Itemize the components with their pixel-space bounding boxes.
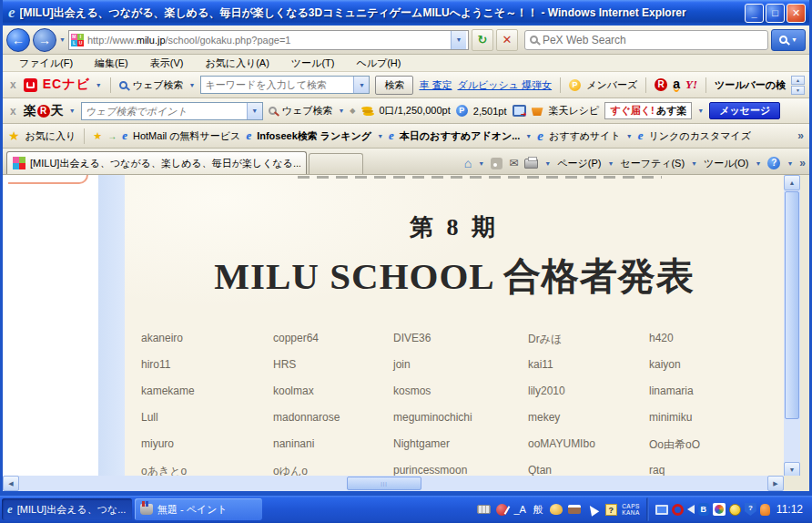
vertical-scrollbar[interactable]: ▲ ▼ bbox=[784, 175, 800, 477]
ecnavi-websearch-label[interactable]: ウェブ検索 bbox=[133, 78, 184, 92]
ecnavi-members-link[interactable]: メンバーズ bbox=[586, 78, 637, 92]
antivirus-icon[interactable] bbox=[672, 504, 684, 516]
toolbar-close-icon[interactable]: x bbox=[8, 78, 18, 91]
chevron-down-icon[interactable]: ▼ bbox=[544, 160, 551, 167]
ecnavi-logo[interactable]: ECナビ bbox=[43, 77, 90, 93]
yahoo-icon[interactable]: Y! bbox=[685, 77, 697, 92]
menu-item[interactable]: ツール(T) bbox=[280, 55, 346, 72]
rakuten-logo[interactable]: 楽 R 天 bbox=[24, 103, 64, 119]
favorite-item-suggested[interactable]: おすすめサイト bbox=[549, 129, 621, 143]
horizontal-scrollbar[interactable]: ◀ ||| ▶ bbox=[3, 476, 784, 491]
forward-button[interactable]: → bbox=[33, 28, 56, 52]
home-icon[interactable]: ⌂ bbox=[464, 156, 472, 170]
rakuten-recipe-link[interactable]: 楽天レシピ bbox=[549, 104, 600, 118]
favorite-item-infoseek[interactable]: Infoseek検索 ランキング bbox=[257, 129, 371, 143]
menu-item[interactable]: ファイル(F) bbox=[8, 55, 84, 72]
ime-kanji-indicator[interactable]: 般 bbox=[531, 502, 545, 517]
vertical-scroll-thumb[interactable] bbox=[785, 191, 799, 419]
scroll-up-button[interactable]: ▲ bbox=[784, 175, 800, 190]
horizontal-scroll-thumb[interactable]: ||| bbox=[347, 477, 421, 490]
chevron-down-icon[interactable]: ▼ bbox=[691, 160, 697, 167]
network-icon[interactable] bbox=[655, 505, 668, 515]
ime-help-icon[interactable]: ? bbox=[605, 504, 617, 516]
ecnavi-link-2[interactable]: ダルビッシュ 爆弾女 bbox=[458, 78, 553, 92]
help-icon[interactable]: ? bbox=[767, 157, 780, 169]
recent-pages-dropdown[interactable]: ▼ bbox=[59, 36, 66, 43]
pointer-icon[interactable] bbox=[586, 503, 600, 517]
back-button[interactable]: ← bbox=[6, 28, 30, 52]
ecnavi-search-input[interactable] bbox=[201, 79, 353, 90]
ecnavi-search-dropdown[interactable]: ▼ bbox=[353, 77, 369, 93]
ecnavi-link-1[interactable]: 車 査定 bbox=[419, 78, 452, 92]
spinner-down-icon[interactable]: ▼ bbox=[791, 86, 805, 95]
rakuten-websearch-label[interactable]: ウェブ検索 bbox=[282, 104, 333, 118]
chevron-down-icon[interactable]: ▼ bbox=[189, 82, 196, 88]
web-search-box[interactable] bbox=[524, 30, 768, 50]
rss-feed-icon[interactable] bbox=[491, 158, 502, 169]
new-tab-stub[interactable] bbox=[309, 153, 363, 174]
chevron-down-icon[interactable]: ▼ bbox=[525, 133, 532, 139]
message-button[interactable]: メッセージ bbox=[709, 102, 780, 119]
volume-icon[interactable] bbox=[687, 505, 695, 514]
overflow-chevron-icon[interactable]: » bbox=[797, 129, 804, 142]
security-shield-icon[interactable]: ? bbox=[745, 503, 756, 516]
scroll-left-button[interactable]: ◀ bbox=[3, 476, 19, 491]
chevron-down-icon[interactable]: ▼ bbox=[96, 82, 102, 88]
favorites-star-icon[interactable]: ★ bbox=[8, 128, 20, 143]
bluetooth-icon[interactable]: B bbox=[698, 503, 709, 516]
photo-app-icon[interactable] bbox=[713, 503, 726, 516]
address-field[interactable]: MILU http://www.milu.jp/school/gokaku.ph… bbox=[68, 30, 469, 50]
rakuten-search-dropdown[interactable]: ▼ bbox=[247, 103, 262, 119]
taskbar-button-ie[interactable]: e [MILU]出会える、つな... bbox=[2, 498, 132, 520]
refresh-button[interactable]: ↻ bbox=[472, 29, 493, 51]
menu-item[interactable]: お気に入り(A) bbox=[194, 55, 279, 72]
toolbar-spinner[interactable]: ▲ ▼ bbox=[791, 76, 805, 95]
asuraku-button[interactable]: すぐ届く! あす楽 bbox=[604, 102, 692, 119]
search-input[interactable] bbox=[543, 34, 763, 46]
spinner-up-icon[interactable]: ▲ bbox=[791, 76, 805, 85]
keyboard-icon[interactable] bbox=[477, 505, 491, 514]
monitor-icon[interactable] bbox=[513, 105, 526, 117]
printer-icon[interactable] bbox=[524, 159, 538, 169]
ime-palette-icon[interactable] bbox=[550, 504, 563, 515]
add-favorite-icon[interactable]: ★ bbox=[93, 130, 102, 142]
chevron-down-icon[interactable]: ▼ bbox=[607, 160, 614, 167]
chevron-down-icon[interactable]: ▼ bbox=[755, 160, 761, 167]
toolbar-close-icon[interactable]: x bbox=[8, 105, 18, 118]
updater-icon[interactable] bbox=[760, 504, 770, 516]
rakuten-r-icon[interactable]: R bbox=[655, 78, 667, 91]
tab-milu[interactable]: [MILU]出会える、つながる、楽しめる、毎日が楽しくなる... bbox=[6, 151, 307, 174]
favorite-item-links[interactable]: リンクのカスタマイズ bbox=[649, 129, 752, 143]
chevron-down-icon[interactable]: ▼ bbox=[338, 108, 344, 114]
toolbar-search-label[interactable]: ツールバーの検 bbox=[715, 78, 786, 92]
tools-menu[interactable]: ツール(O) bbox=[704, 157, 748, 170]
chevron-down-icon[interactable]: ▼ bbox=[787, 160, 793, 167]
chevron-down-icon[interactable]: ▼ bbox=[377, 133, 383, 139]
scroll-right-button[interactable]: ▶ bbox=[767, 476, 784, 491]
chevron-down-icon[interactable]: ▼ bbox=[69, 108, 76, 114]
ecnavi-search-field[interactable]: ▼ bbox=[200, 76, 370, 94]
pen-input-icon[interactable] bbox=[496, 504, 508, 516]
close-button[interactable]: ✕ bbox=[787, 4, 806, 23]
minimize-button[interactable]: _ bbox=[745, 4, 764, 23]
favorite-item-hotmail[interactable]: HotMail の無料サービス bbox=[133, 129, 240, 143]
amazon-icon[interactable]: a bbox=[673, 78, 680, 92]
rakuten-points-mine[interactable]: 2,501pt bbox=[473, 106, 507, 117]
ime-mode-indicator[interactable]: _A bbox=[513, 502, 527, 517]
rakuten-search-input[interactable] bbox=[82, 106, 247, 117]
page-menu[interactable]: ページ(P) bbox=[557, 157, 601, 170]
menu-item[interactable]: 表示(V) bbox=[139, 55, 195, 72]
mail-icon[interactable]: ✉ bbox=[509, 157, 518, 169]
overflow-chevron-icon[interactable]: » bbox=[799, 157, 806, 169]
ime-dictionary-icon[interactable] bbox=[568, 505, 581, 514]
menu-item[interactable]: ヘルプ(H) bbox=[345, 55, 411, 72]
favorites-label[interactable]: お気に入り bbox=[25, 129, 76, 143]
messenger-icon[interactable] bbox=[729, 504, 741, 516]
ecnavi-search-button[interactable]: 検索 bbox=[375, 76, 413, 95]
rakuten-search-field[interactable]: ▼ bbox=[81, 102, 263, 120]
safety-menu[interactable]: セーフティ(S) bbox=[620, 157, 685, 170]
address-dropdown[interactable]: ▼ bbox=[451, 31, 466, 49]
favorite-item-addons[interactable]: 本日のおすすめアドオン... bbox=[400, 129, 521, 143]
rakuten-points-total[interactable]: 0口/1,250,000pt bbox=[380, 104, 451, 118]
menu-item[interactable]: 編集(E) bbox=[84, 55, 139, 72]
